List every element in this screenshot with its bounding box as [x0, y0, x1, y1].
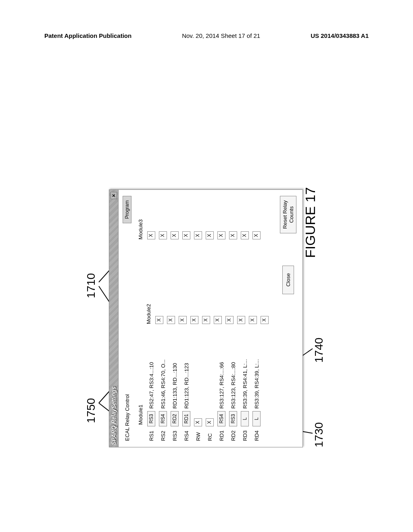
- relay-info: RS3:123, RS4:...:80: [230, 362, 236, 409]
- module3-x-button[interactable]: X: [171, 231, 179, 239]
- module3-x-button[interactable]: X: [147, 231, 155, 239]
- module2-x-button[interactable]: X: [202, 316, 210, 324]
- relay-label: RS4: [184, 426, 190, 441]
- relay-label: RD3: [242, 426, 248, 441]
- callout-1730: 1730: [313, 422, 325, 447]
- module3-header: Module3: [138, 219, 144, 239]
- relay-info: RS2:47, RS3:4...:10: [148, 362, 154, 409]
- reset-line2: Counts: [288, 206, 294, 223]
- module2-x-button[interactable]: X: [155, 316, 163, 324]
- module3-x-button[interactable]: X: [194, 231, 202, 239]
- relay-label: RD2: [230, 426, 236, 441]
- module2-x-button[interactable]: X: [167, 316, 175, 324]
- relay-label: RS1: [148, 426, 154, 441]
- reset-line1: Reset Relay: [282, 200, 288, 229]
- module2-x-button[interactable]: X: [179, 316, 187, 324]
- relay-button[interactable]: RS3: [229, 411, 237, 426]
- callout-1740: 1740: [313, 338, 325, 363]
- module3-x-button[interactable]: X: [206, 231, 214, 239]
- relay-label: RC: [207, 426, 213, 441]
- module2-header: Module2: [146, 304, 152, 324]
- relay-button[interactable]: RS3: [147, 411, 155, 426]
- relay-button[interactable]: L: [252, 411, 261, 426]
- relay-label: RD4: [254, 426, 260, 441]
- module1-header: Module1: [138, 336, 144, 441]
- relay-info: RS3:39, RS4:41, L:...: [242, 359, 248, 409]
- close-icon[interactable]: ✕: [111, 192, 117, 199]
- header-left: Patent Application Publication: [44, 32, 131, 39]
- program-button[interactable]: Program: [123, 196, 131, 223]
- ecal-relay-control-label: ECAL Relay Control: [124, 394, 130, 441]
- module3-x-button[interactable]: X: [182, 231, 190, 239]
- relay-label: RD1: [219, 426, 225, 441]
- figure-caption: FIGURE 17: [302, 187, 318, 258]
- module2-x-button[interactable]: X: [249, 316, 257, 324]
- module3-x-button[interactable]: X: [217, 231, 225, 239]
- dialog-title: SPARQ RelaySettings: [111, 387, 117, 445]
- relay-info: RD1:133, RD...:130: [172, 363, 178, 409]
- relay-label: RS3: [172, 426, 178, 441]
- relay-button[interactable]: RS4: [159, 411, 167, 426]
- close-button[interactable]: Close: [282, 266, 294, 294]
- module2-x-button[interactable]: X: [190, 316, 198, 324]
- header-center: Nov. 20, 2014 Sheet 17 of 21: [182, 32, 260, 39]
- relay-info: RS1:46, RS4:70, O...: [160, 360, 166, 409]
- module2-x-button[interactable]: X: [261, 316, 269, 324]
- relay-label: RW: [195, 426, 201, 441]
- callout-1710: 1710: [85, 273, 98, 298]
- relay-x-button[interactable]: X: [206, 418, 214, 426]
- reset-relay-counts-button[interactable]: Reset Relay Counts: [280, 196, 296, 233]
- relay-info: RD1:123, RD...:123: [184, 363, 190, 409]
- module3-x-button[interactable]: X: [252, 231, 261, 239]
- relay-settings-dialog: SPARQ RelaySettings ✕ ECAL Relay Control…: [109, 189, 303, 447]
- relay-button[interactable]: RD2: [171, 411, 179, 426]
- module2-x-button[interactable]: X: [214, 316, 222, 324]
- relay-info: RS3:39, RS4:39, L:...: [254, 359, 260, 409]
- relay-button[interactable]: RS4: [217, 411, 225, 426]
- relay-button[interactable]: L: [241, 411, 249, 426]
- header-right: US 2014/0343883 A1: [311, 32, 369, 39]
- relay-info: RS3:127, RS4:...:66: [219, 362, 225, 409]
- module3-x-button[interactable]: X: [159, 231, 167, 239]
- relay-x-button[interactable]: X: [194, 418, 202, 426]
- module3-x-button[interactable]: X: [241, 231, 249, 239]
- module3-x-button[interactable]: X: [229, 231, 237, 239]
- module2-x-button[interactable]: X: [225, 316, 234, 324]
- relay-button[interactable]: RD1: [182, 411, 190, 426]
- module2-x-button[interactable]: X: [237, 316, 245, 324]
- titlebar: SPARQ RelaySettings ✕: [109, 190, 119, 447]
- callout-1750: 1750: [85, 398, 98, 423]
- relay-label: RS2: [160, 426, 166, 441]
